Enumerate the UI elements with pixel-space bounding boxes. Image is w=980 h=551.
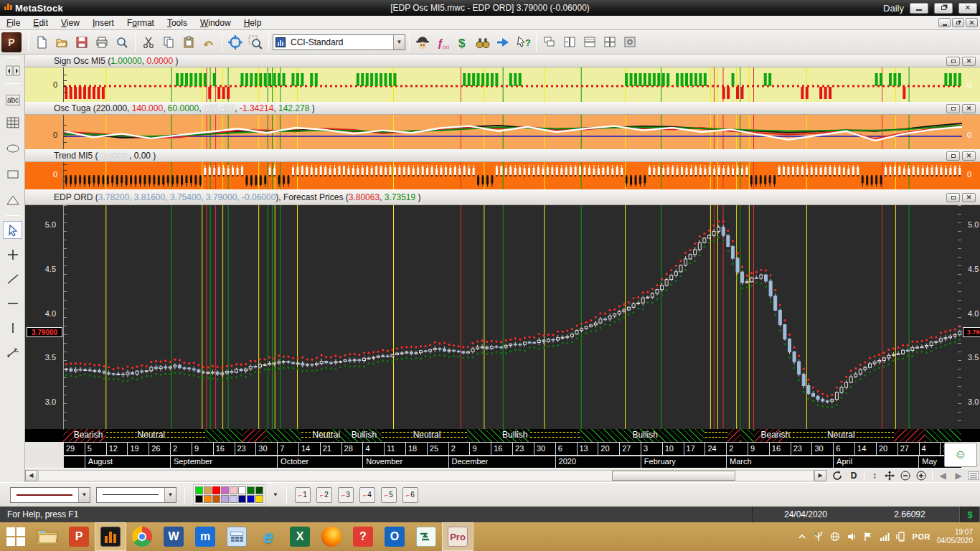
color-swatch[interactable] — [255, 495, 263, 503]
menu-view[interactable]: View — [55, 17, 86, 29]
language-indicator[interactable]: POR — [913, 532, 930, 541]
calculator-icon[interactable] — [221, 522, 253, 551]
color-swatch[interactable] — [204, 495, 212, 503]
text-tool[interactable]: abc — [3, 90, 22, 108]
chrome-icon[interactable] — [126, 522, 158, 551]
horizontal-scrollbar[interactable] — [38, 470, 814, 481]
color-swatch[interactable] — [247, 495, 255, 503]
zoom-box-icon[interactable] — [246, 33, 265, 52]
menu-window[interactable]: Window — [194, 17, 237, 29]
menu-edit[interactable]: Edit — [27, 17, 55, 29]
color-swatch[interactable] — [238, 486, 246, 494]
menu-tools[interactable]: Tools — [161, 17, 194, 29]
color-swatch[interactable] — [195, 495, 203, 503]
child-close-button[interactable]: ✕ — [966, 18, 978, 27]
excel-icon[interactable]: X — [284, 522, 316, 551]
line-weight-combo-dropdown[interactable]: ▼ — [164, 488, 176, 502]
child-minimize-button[interactable] — [938, 18, 951, 27]
menu-insert[interactable]: Insert — [86, 17, 121, 29]
semilog-line-tool[interactable]: s — [3, 343, 22, 361]
triangle-tool[interactable] — [3, 191, 22, 209]
sign-osc-maximize-button[interactable] — [946, 57, 960, 66]
layout-button-4[interactable]: ⌐4 — [359, 487, 375, 503]
prev-chart-icon[interactable]: ◀ — [937, 471, 948, 481]
child-restore-button[interactable] — [952, 18, 964, 27]
network-icon[interactable] — [830, 532, 840, 542]
cut-icon[interactable] — [139, 33, 158, 52]
signal-icon[interactable] — [880, 532, 890, 542]
layout-button-2[interactable]: ⌐2 — [316, 487, 332, 503]
print-icon[interactable] — [93, 33, 111, 52]
sign-osc-plot[interactable] — [63, 67, 961, 102]
sign-osc-close-button[interactable]: ✕ — [962, 57, 976, 66]
open-chart-icon[interactable] — [52, 33, 71, 52]
pro-icon[interactable]: Pro — [442, 522, 473, 551]
layout-button-3[interactable]: ⌐3 — [338, 487, 354, 503]
indicator-builder-icon[interactable]: ƒ(x) — [433, 33, 452, 52]
palette-dropdown[interactable]: ▼ — [273, 491, 278, 498]
trend-close-button[interactable]: ✕ — [962, 151, 976, 161]
word-icon[interactable]: W — [158, 522, 189, 551]
tile-vertical-icon[interactable] — [560, 33, 579, 52]
color-swatch[interactable] — [247, 486, 255, 494]
maxthon-icon[interactable]: m — [189, 522, 221, 551]
horizontal-line-tool[interactable] — [3, 294, 22, 312]
power-console-button[interactable]: P — [1, 32, 22, 52]
start-button[interactable] — [0, 522, 32, 551]
zoom-in-icon[interactable] — [916, 471, 928, 481]
cascade-windows-icon[interactable] — [540, 33, 559, 52]
system-tester-icon[interactable]: $ — [453, 33, 472, 52]
color-swatch[interactable] — [212, 495, 220, 503]
color-swatch[interactable] — [238, 495, 246, 503]
zoom-out-icon[interactable] — [900, 471, 912, 481]
ellipse-tool[interactable] — [3, 139, 22, 157]
file-explorer-icon[interactable] — [32, 522, 63, 551]
color-swatch[interactable] — [230, 495, 237, 503]
zoom-icon[interactable] — [113, 33, 131, 52]
scroll-left-button[interactable]: ◀ — [25, 470, 37, 481]
vertical-line-tool[interactable] — [3, 319, 22, 336]
close-button[interactable]: ✕ — [958, 3, 977, 14]
go-arrow-icon[interactable] — [494, 33, 512, 52]
scroll-buttons[interactable] — [3, 62, 22, 80]
color-swatch[interactable] — [212, 486, 220, 494]
undo-icon[interactable] — [199, 33, 218, 52]
color-swatch[interactable] — [230, 486, 237, 494]
project-icon[interactable] — [410, 522, 442, 551]
osc-tuga-close-button[interactable]: ✕ — [962, 104, 976, 113]
explorer-binoculars-icon[interactable] — [473, 33, 492, 52]
new-chart-icon[interactable] — [32, 33, 51, 52]
grid-tool[interactable] — [3, 113, 22, 131]
flag-icon[interactable] — [863, 532, 873, 542]
price-close-button[interactable]: ✕ — [962, 193, 976, 202]
powerpoint-icon[interactable]: P — [63, 522, 95, 551]
pointer-tool[interactable] — [3, 221, 22, 239]
clock[interactable]: 19:0704/05/2020 — [937, 528, 973, 546]
color-swatch[interactable] — [204, 486, 212, 494]
help-pointer-icon[interactable]: ? — [514, 33, 532, 52]
expert-advisor-icon[interactable] — [413, 33, 432, 52]
tile-horizontal-icon[interactable] — [580, 33, 599, 52]
chart-menu-icon[interactable] — [969, 471, 980, 480]
outlook-icon[interactable]: O — [379, 522, 410, 551]
firefox-icon[interactable] — [316, 522, 347, 551]
indicator-quicklist-combo[interactable]: CCI-Standard▼ — [273, 34, 405, 50]
scroll-right-button[interactable]: ▶ — [814, 470, 826, 481]
trend-maximize-button[interactable] — [946, 151, 960, 161]
volume-icon[interactable] — [847, 532, 857, 542]
layout-button-6[interactable]: ⌐6 — [402, 487, 418, 503]
ie-icon[interactable]: e — [253, 522, 284, 551]
trendline-tool[interactable] — [3, 270, 22, 288]
metastock-icon[interactable] — [95, 522, 126, 551]
color-swatch[interactable] — [255, 486, 263, 494]
arrange-icons-icon[interactable] — [621, 33, 639, 52]
rectangle-tool[interactable] — [3, 165, 22, 183]
device-icon[interactable] — [896, 532, 906, 542]
line-weight-combo[interactable]: ▼ — [96, 487, 176, 503]
tile-grid-icon[interactable] — [600, 33, 619, 52]
menu-format[interactable]: Format — [121, 17, 161, 29]
line-style-combo[interactable]: ▼ — [10, 487, 90, 503]
crosshair-icon[interactable] — [226, 33, 245, 52]
vertical-zoom-icon[interactable]: ↕ — [869, 471, 880, 481]
line-style-combo-dropdown[interactable]: ▼ — [78, 488, 90, 502]
